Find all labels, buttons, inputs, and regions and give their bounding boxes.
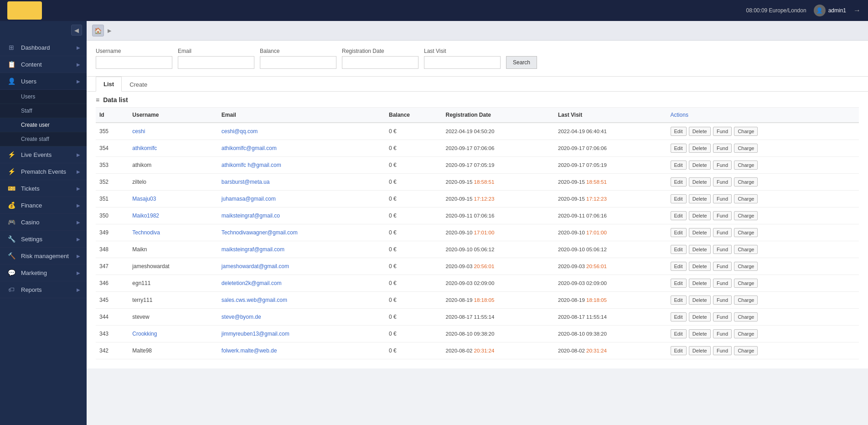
fund-button[interactable]: Fund [713,262,732,271]
tab-list[interactable]: List [96,77,122,92]
sidebar-item-staff[interactable]: Staff [0,104,87,118]
edit-button[interactable]: Edit [671,228,687,237]
sidebar-item-users[interactable]: 👤 Users ▶ [0,73,87,90]
delete-button[interactable]: Delete [689,279,711,288]
sidebar-item-label: Users [21,78,36,85]
edit-button[interactable]: Edit [671,262,687,271]
edit-button[interactable]: Edit [671,177,687,187]
edit-button[interactable]: Edit [671,279,687,288]
edit-button[interactable]: Edit [671,211,687,220]
charge-button[interactable]: Charge [734,177,758,187]
fund-button[interactable]: Fund [713,228,732,237]
delete-button[interactable]: Delete [689,329,711,338]
charge-button[interactable]: Charge [734,329,758,338]
fund-button[interactable]: Fund [713,245,732,254]
fund-button[interactable]: Fund [713,279,732,288]
email-link[interactable]: juhamasa@gmail.com [222,196,276,202]
fund-button[interactable]: Fund [713,329,732,338]
charge-button[interactable]: Charge [734,295,758,305]
chevron-right-icon: ▶ [77,203,80,208]
delete-button[interactable]: Delete [689,211,711,220]
table-row: 348 Maikn maiksteingraf@gmail.com 0 € 20… [96,241,859,258]
tab-create[interactable]: Create [122,77,155,92]
email-link[interactable]: jimmyreuben13@gmail.com [222,331,289,337]
username-link[interactable]: Crookking [132,331,157,337]
delete-button[interactable]: Delete [689,144,711,153]
sidebar-item-casino[interactable]: 🎮 Casino ▶ [0,214,87,231]
sidebar-item-live-events[interactable]: ⚡ Live Events ▶ [0,146,87,163]
lastvisit-input[interactable] [424,56,501,69]
sidebar-collapse-button[interactable]: ◀ [71,25,82,36]
email-link[interactable]: athikomlfc@gmail.com [222,145,277,151]
regdate-input[interactable] [342,56,418,69]
fund-button[interactable]: Fund [713,161,732,170]
charge-button[interactable]: Charge [734,211,758,220]
charge-button[interactable]: Charge [734,127,758,136]
delete-button[interactable]: Delete [689,346,711,355]
edit-button[interactable]: Edit [671,295,687,305]
username-link[interactable]: Technodiva [132,229,160,236]
charge-button[interactable]: Charge [734,194,758,203]
username-link[interactable]: Maiko1982 [132,212,159,219]
sidebar-item-finance[interactable]: 💰 Finance ▶ [0,197,87,214]
delete-button[interactable]: Delete [689,295,711,305]
charge-button[interactable]: Charge [734,228,758,237]
username-link[interactable]: ceshi [132,128,145,135]
sidebar-item-create-staff[interactable]: Create staff [0,132,87,146]
edit-button[interactable]: Edit [671,194,687,203]
charge-button[interactable]: Charge [734,262,758,271]
fund-button[interactable]: Fund [713,144,732,153]
username-input[interactable] [96,56,172,69]
fund-button[interactable]: Fund [713,211,732,220]
balance-input[interactable] [260,56,336,69]
edit-button[interactable]: Edit [671,346,687,355]
breadcrumb-home-button[interactable]: 🏠 [92,25,104,36]
delete-button[interactable]: Delete [689,262,711,271]
sidebar-item-prematch-events[interactable]: ⚡ Prematch Events ▶ [0,163,87,180]
fund-button[interactable]: Fund [713,346,732,355]
username-link[interactable]: Masaju03 [132,196,156,202]
sidebar-item-marketing[interactable]: 💬 Marketing ▶ [0,264,87,281]
fund-button[interactable]: Fund [713,127,732,136]
edit-button[interactable]: Edit [671,144,687,153]
charge-button[interactable]: Charge [734,346,758,355]
charge-button[interactable]: Charge [734,312,758,321]
username-link[interactable]: athikomlfc [132,145,157,151]
email-link[interactable]: jameshowardat@gmail.com [222,263,289,270]
charge-button[interactable]: Charge [734,161,758,170]
charge-button[interactable]: Charge [734,245,758,254]
delete-button[interactable]: Delete [689,127,711,136]
sidebar-item-users-sub[interactable]: Users [0,90,87,104]
cell-id: 348 [96,241,129,258]
email-link[interactable]: Technodivawagner@gmail.com [222,229,298,236]
cell-email: maiksteingraf@gmail.co [218,207,385,224]
sidebar-item-create-user[interactable]: Create user [0,118,87,132]
search-button[interactable]: Search [506,56,537,69]
fund-button[interactable]: Fund [713,194,732,203]
sidebar-item-tickets[interactable]: 🎫 Tickets ▶ [0,180,87,197]
fund-button[interactable]: Fund [713,312,732,321]
edit-button[interactable]: Edit [671,245,687,254]
edit-button[interactable]: Edit [671,127,687,136]
fund-button[interactable]: Fund [713,177,732,187]
charge-button[interactable]: Charge [734,279,758,288]
sidebar-item-dashboard[interactable]: ⊞ Dashboard ▶ [0,39,87,56]
fund-button[interactable]: Fund [713,295,732,305]
edit-button[interactable]: Edit [671,161,687,170]
sidebar-item-risk-management[interactable]: 🔨 Risk management ▶ [0,248,87,264]
email-input[interactable] [178,56,254,69]
delete-button[interactable]: Delete [689,161,711,170]
edit-button[interactable]: Edit [671,312,687,321]
delete-button[interactable]: Delete [689,194,711,203]
topbar: Flipper Casino.com 08:00:09 Europe/Londo… [0,0,868,21]
logout-icon[interactable]: → [853,6,861,15]
charge-button[interactable]: Charge [734,144,758,153]
delete-button[interactable]: Delete [689,228,711,237]
delete-button[interactable]: Delete [689,177,711,187]
sidebar-item-settings[interactable]: 🔧 Settings ▶ [0,231,87,248]
delete-button[interactable]: Delete [689,245,711,254]
sidebar-item-reports[interactable]: 🏷 Reports ▶ [0,281,87,298]
edit-button[interactable]: Edit [671,329,687,338]
delete-button[interactable]: Delete [689,312,711,321]
sidebar-item-content[interactable]: 📋 Content ▶ [0,56,87,73]
